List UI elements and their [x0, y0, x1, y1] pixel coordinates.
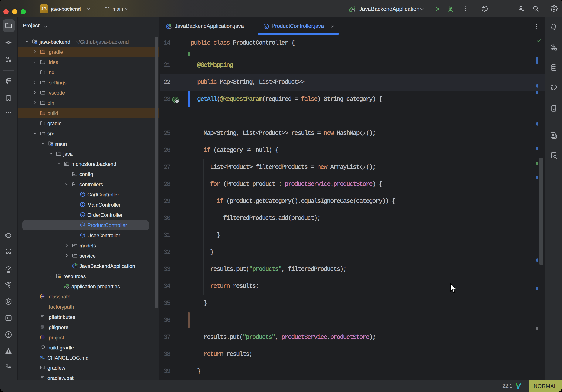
- svg-text:C: C: [82, 223, 83, 227]
- svg-text:C: C: [82, 203, 83, 206]
- svg-text:M: M: [40, 356, 43, 359]
- svg-text:C: C: [82, 233, 83, 237]
- svg-text:C: C: [82, 213, 83, 216]
- svg-text:C: C: [82, 193, 83, 196]
- svg-text:C: C: [265, 25, 267, 28]
